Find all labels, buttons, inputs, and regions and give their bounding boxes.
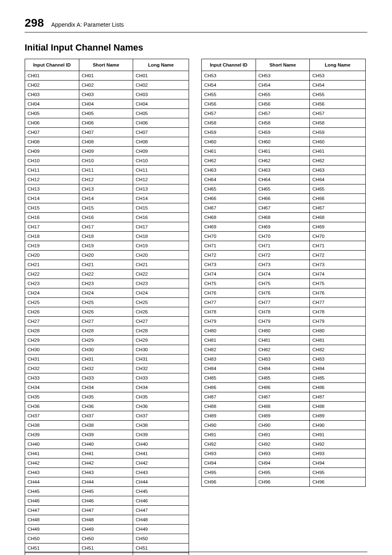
table-row: CH70CH70CH70	[202, 232, 366, 241]
cell-long: CH14	[133, 194, 189, 203]
cell-long: CH12	[133, 175, 189, 184]
cell-id: CH88	[202, 402, 256, 411]
table-row: CH14CH14CH14	[25, 194, 189, 203]
cell-long: CH49	[133, 525, 189, 534]
table-row: CH88CH88CH88	[202, 402, 366, 411]
cell-id: CH96	[202, 477, 256, 487]
cell-short: CH47	[79, 506, 133, 515]
cell-id: CH32	[25, 364, 79, 373]
table-row: CH58CH58CH58	[202, 118, 366, 128]
cell-long: CH65	[310, 184, 366, 194]
cell-short: CH06	[79, 118, 133, 128]
cell-long: CH85	[310, 373, 366, 383]
cell-long: CH44	[133, 477, 189, 487]
table-row: CH80CH80CH80	[202, 326, 366, 336]
cell-id: CH28	[25, 326, 79, 336]
cell-id: CH38	[25, 421, 79, 430]
cell-id: CH19	[25, 241, 79, 251]
cell-long: CH89	[310, 411, 366, 421]
cell-id: CH56	[202, 99, 256, 109]
table-row: CH10CH10CH10	[25, 156, 189, 166]
cell-id: CH42	[25, 458, 79, 468]
cell-short: CH75	[256, 279, 310, 288]
cell-id: CH68	[202, 213, 256, 222]
cell-id: CH20	[25, 251, 79, 260]
cell-id: CH75	[202, 279, 256, 288]
cell-long: CH80	[310, 326, 366, 336]
table-row: CH49CH49CH49	[25, 525, 189, 534]
page-number: 298	[25, 16, 44, 30]
cell-short: CH60	[256, 137, 310, 147]
cell-id: CH94	[202, 458, 256, 468]
cell-short: CH96	[256, 477, 310, 487]
cell-short: CH01	[79, 71, 133, 81]
cell-short: CH59	[256, 128, 310, 137]
table-row: CH30CH30CH30	[25, 345, 189, 355]
cell-long: CH87	[310, 392, 366, 402]
table-row: CH93CH93CH93	[202, 449, 366, 458]
cell-short: CH91	[256, 430, 310, 440]
cell-id: CH34	[25, 383, 79, 392]
cell-long: CH95	[310, 468, 366, 477]
cell-id: CH78	[202, 307, 256, 317]
cell-short: CH80	[256, 326, 310, 336]
cell-long: CH58	[310, 118, 366, 128]
cell-id: CH89	[202, 411, 256, 421]
cell-id: CH58	[202, 118, 256, 128]
cell-id: CH84	[202, 364, 256, 373]
cell-long: CH17	[133, 222, 189, 232]
table-row: CH79CH79CH79	[202, 317, 366, 326]
cell-long: CH75	[310, 279, 366, 288]
cell-id: CH50	[25, 534, 79, 543]
cell-long: CH52	[133, 553, 189, 555]
table-row: CH69CH69CH69	[202, 222, 366, 232]
cell-short: CH45	[79, 487, 133, 496]
cell-long: CH21	[133, 260, 189, 269]
cell-short: CH68	[256, 213, 310, 222]
cell-long: CH07	[133, 128, 189, 137]
cell-id: CH02	[25, 81, 79, 90]
cell-id: CH25	[25, 298, 79, 307]
cell-short: CH50	[79, 534, 133, 543]
table-row: CH56CH56CH56	[202, 99, 366, 109]
cell-short: CH07	[79, 128, 133, 137]
cell-short: CH26	[79, 307, 133, 317]
cell-id: CH04	[25, 99, 79, 109]
cell-id: CH30	[25, 345, 79, 355]
cell-long: CH36	[133, 402, 189, 411]
cell-long: CH45	[133, 487, 189, 496]
table-row: CH19CH19CH19	[25, 241, 189, 251]
cell-long: CH02	[133, 81, 189, 90]
table-row: CH71CH71CH71	[202, 241, 366, 251]
cell-long: CH24	[133, 288, 189, 298]
cell-long: CH83	[310, 355, 366, 364]
cell-id: CH74	[202, 269, 256, 279]
cell-long: CH94	[310, 458, 366, 468]
cell-long: CH20	[133, 251, 189, 260]
cell-long: CH38	[133, 421, 189, 430]
cell-short: CH44	[79, 477, 133, 487]
cell-long: CH57	[310, 109, 366, 118]
table-row: CH17CH17CH17	[25, 222, 189, 232]
cell-short: CH61	[256, 147, 310, 156]
cell-short: CH95	[256, 468, 310, 477]
cell-long: CH55	[310, 90, 366, 99]
table-row: CH94CH94CH94	[202, 458, 366, 468]
cell-id: CH73	[202, 260, 256, 269]
cell-id: CH62	[202, 156, 256, 166]
table-row: CH32CH32CH32	[25, 364, 189, 373]
table-row: CH84CH84CH84	[202, 364, 366, 373]
cell-long: CH67	[310, 203, 366, 213]
cell-id: CH61	[202, 147, 256, 156]
cell-long: CH61	[310, 147, 366, 156]
table-row: CH86CH86CH86	[202, 383, 366, 392]
cell-long: CH28	[133, 326, 189, 336]
cell-short: CH94	[256, 458, 310, 468]
table-row: CH29CH29CH29	[25, 336, 189, 345]
table-row: CH46CH46CH46	[25, 496, 189, 506]
table-row: CH62CH62CH62	[202, 156, 366, 166]
cell-id: CH40	[25, 440, 79, 449]
table-row: CH27CH27CH27	[25, 317, 189, 326]
cell-long: CH53	[310, 71, 366, 81]
cell-id: CH80	[202, 326, 256, 336]
